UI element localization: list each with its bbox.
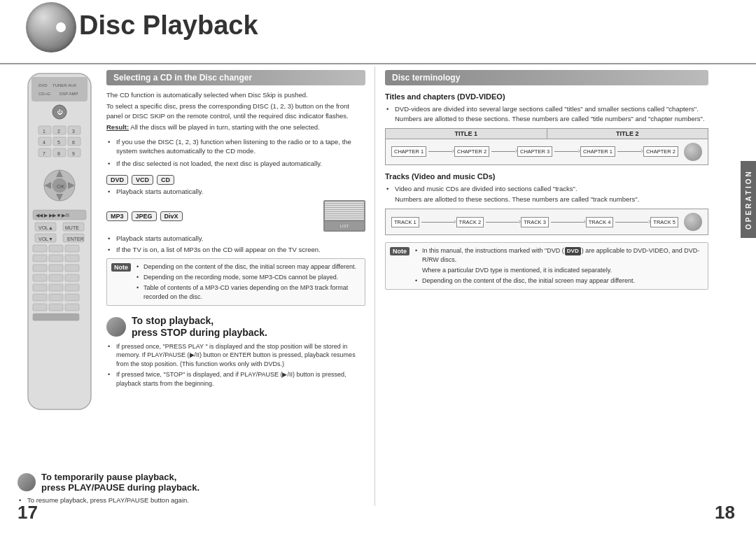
- svg-text:1: 1: [43, 129, 46, 134]
- note-item-2: •Depending on the recording mode, some M…: [135, 273, 360, 282]
- svg-rect-46: [65, 245, 79, 252]
- divider: [0, 63, 756, 64]
- svg-text:5: 5: [57, 140, 60, 145]
- svg-text:CD+G: CD+G: [38, 92, 50, 96]
- titles-chapters-text: • DVD-videos are divided into several la…: [385, 104, 708, 124]
- svg-text:9: 9: [72, 151, 75, 156]
- badge2-text1: • Playback starts automatically.: [106, 234, 365, 243]
- disc-icon: [26, 2, 76, 52]
- svg-rect-59: [33, 294, 47, 301]
- bullet-2: • If the disc selected is not loaded, th…: [106, 159, 365, 168]
- svg-text:◀◀  ▶  ▶▶  ■  ▶/II: ◀◀ ▶ ▶▶ ■ ▶/II: [36, 213, 69, 218]
- pause-title: To temporarily pause playback, press PLA…: [41, 472, 200, 493]
- result-text: Result: All the discs will be played in …: [106, 122, 365, 132]
- svg-rect-61: [65, 294, 79, 301]
- svg-text:DVD: DVD: [38, 83, 48, 87]
- pause-header: To temporarily pause playback, press PLA…: [18, 472, 368, 493]
- remote-svg: DVD TUNER AUX CD+G DSP AMP ⏻ 1 2 3 4 5 6…: [18, 70, 102, 413]
- title2-header: TITLE 2: [547, 129, 708, 139]
- track1-box: TRACK 1: [391, 217, 419, 227]
- tv-thumbnail: LIST: [323, 200, 365, 232]
- detail-text: To select a specific disc, press the cor…: [106, 101, 365, 120]
- stop-section: To stop playback, press STOP during play…: [106, 315, 365, 388]
- title-area: Disc Playback: [38, 10, 258, 41]
- svg-rect-60: [49, 294, 63, 301]
- page-number-right: 18: [715, 502, 735, 524]
- svg-rect-48: [49, 255, 63, 262]
- svg-rect-58: [65, 284, 79, 291]
- svg-rect-65: [33, 314, 79, 321]
- mp3-badge: MP3: [106, 211, 128, 221]
- note-label: Note: [111, 263, 131, 272]
- svg-rect-55: [65, 274, 79, 281]
- svg-rect-53: [33, 274, 47, 281]
- stop-bullet-2: • If pressed twice, "STOP" is displayed,…: [106, 370, 365, 388]
- svg-rect-49: [65, 255, 79, 262]
- pause-circle-icon: [18, 473, 36, 491]
- disc-terminology-section: Disc terminology Titles and chapters (DV…: [385, 70, 728, 290]
- svg-rect-45: [49, 245, 63, 252]
- badges-row-1: DVD VCD CD: [106, 175, 365, 185]
- track3-box: TRACK 3: [521, 217, 549, 227]
- right-note-item-2: Where a particular DVD type is mentioned…: [414, 266, 704, 275]
- track-diagram: TRACK 1 › TRACK 2 › TRACK 3 › TRACK 4 › …: [385, 209, 708, 235]
- svg-rect-57: [49, 284, 63, 291]
- title-chapter-diagram: TITLE 1 TITLE 2 CHAPTER 1 › CHAPTER 2 › …: [385, 128, 708, 165]
- page-title: Disc Playback: [79, 10, 258, 41]
- svg-text:6: 6: [72, 140, 75, 145]
- chapter4-box: CHAPTER 1: [580, 146, 615, 157]
- tracks-text: • Video and music CDs are divided into s…: [385, 184, 708, 205]
- disc-center-hole: [56, 22, 66, 32]
- cd-badge: CD: [157, 175, 174, 185]
- svg-text:7: 7: [43, 151, 46, 156]
- tracks-bullet1: • Video and music CDs are divided into s…: [385, 184, 708, 194]
- right-note-item-1: • In this manual, the instructions marke…: [414, 246, 704, 265]
- svg-text:MUTE: MUTE: [65, 225, 79, 230]
- selecting-cd-section: Selecting a CD in the Disc changer The C…: [106, 70, 365, 313]
- vcd-badge: VCD: [132, 175, 153, 185]
- title1-header: TITLE 1: [386, 129, 547, 139]
- track4-box: TRACK 4: [586, 217, 614, 227]
- svg-rect-1: [31, 77, 88, 101]
- chapter3-box: CHAPTER 3: [517, 146, 552, 157]
- stop-title: To stop playback, press STOP during play…: [132, 315, 267, 339]
- svg-rect-47: [33, 255, 47, 262]
- svg-text:VOL▼: VOL▼: [38, 237, 53, 241]
- svg-text:2: 2: [57, 129, 60, 134]
- svg-rect-62: [33, 304, 47, 311]
- page-number-left: 17: [18, 502, 38, 524]
- stop-bullet-1: • If pressed once, "PRESS PLAY " is disp…: [106, 342, 365, 369]
- track2-box: TRACK 2: [456, 217, 484, 227]
- disc-terminology-header: Disc terminology: [385, 70, 708, 85]
- chapter2-box: CHAPTER 2: [454, 146, 489, 157]
- svg-rect-63: [49, 304, 63, 311]
- column-divider: [374, 66, 375, 506]
- stop-circle-icon: [106, 317, 126, 337]
- intro-text: The CD function is automatically selecte…: [106, 90, 365, 99]
- tracks-text2: Numbers are allotted to these sections. …: [385, 195, 708, 204]
- track5-box: TRACK 5: [650, 217, 678, 227]
- svg-rect-52: [65, 265, 79, 272]
- chapter5-box: CHAPTER 2: [643, 146, 678, 157]
- svg-rect-50: [33, 265, 47, 272]
- svg-text:3: 3: [72, 129, 75, 134]
- subsection1-bullet: • DVD-videos are divided into several la…: [385, 104, 708, 124]
- badge2-text2: • If the TV is on, a list of MP3s on the…: [106, 245, 365, 254]
- note-item-3: •Table of contents of a MP3-CD varies de…: [135, 283, 360, 302]
- svg-text:AUX: AUX: [68, 83, 76, 87]
- right-note-content: • In this manual, the instructions marke…: [414, 246, 704, 286]
- svg-text:DSP AMP: DSP AMP: [59, 92, 78, 96]
- svg-rect-56: [33, 284, 47, 291]
- titles-chapters-title: Titles and chapters (DVD-VIDEO): [385, 92, 708, 101]
- dvd-badge: DVD: [106, 175, 128, 185]
- diagram-header-row: TITLE 1 TITLE 2: [386, 129, 708, 139]
- svg-text:ENTER: ENTER: [67, 237, 84, 241]
- svg-rect-51: [49, 265, 63, 272]
- svg-rect-44: [33, 245, 47, 252]
- chapter1-box: CHAPTER 1: [391, 146, 426, 157]
- selecting-cd-header: Selecting a CD in the Disc changer: [106, 70, 365, 85]
- track-diagram-body: TRACK 1 › TRACK 2 › TRACK 3 › TRACK 4 › …: [391, 213, 702, 231]
- svg-text:8: 8: [57, 151, 60, 156]
- stop-header: To stop playback, press STOP during play…: [106, 315, 365, 339]
- svg-text:OK: OK: [57, 183, 65, 190]
